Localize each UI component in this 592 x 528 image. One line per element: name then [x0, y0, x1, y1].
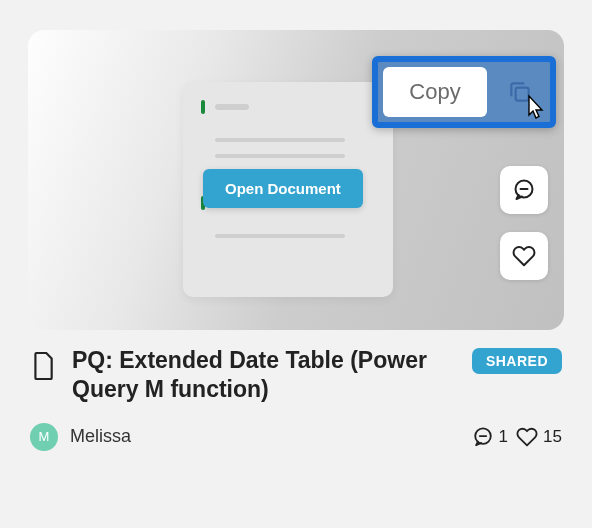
comment-count[interactable]: 1: [472, 426, 508, 448]
avatar[interactable]: M: [30, 423, 58, 451]
copy-icon: [507, 79, 533, 105]
resource-title: PQ: Extended Date Table (Power Query M f…: [72, 346, 456, 405]
resource-card: Open Document Copy: [28, 30, 564, 451]
side-actions: [500, 166, 548, 280]
copy-callout: Copy: [372, 56, 556, 128]
doc-row: [201, 100, 375, 114]
author-name[interactable]: Melissa: [70, 426, 472, 447]
placeholder-line: [215, 138, 345, 142]
placeholder-line: [215, 154, 345, 158]
comment-button[interactable]: [500, 166, 548, 214]
document-icon: [30, 350, 56, 382]
preview-area: Open Document Copy: [28, 30, 564, 330]
stats: 1 15: [472, 426, 562, 448]
copy-button[interactable]: Copy: [383, 67, 487, 117]
copy-icon-button[interactable]: [495, 67, 545, 117]
message-icon: [512, 178, 536, 202]
like-button[interactable]: [500, 232, 548, 280]
placeholder-line: [215, 104, 249, 110]
heart-icon: [512, 244, 536, 268]
svg-rect-2: [516, 88, 529, 101]
message-icon: [472, 426, 494, 448]
meta-row: PQ: Extended Date Table (Power Query M f…: [28, 330, 564, 411]
like-count[interactable]: 15: [516, 426, 562, 448]
comment-count-value: 1: [499, 427, 508, 447]
bullet-icon: [201, 100, 205, 114]
like-count-value: 15: [543, 427, 562, 447]
heart-icon: [516, 426, 538, 448]
copy-label: Copy: [409, 79, 460, 105]
placeholder-line: [215, 234, 345, 238]
shared-badge: SHARED: [472, 348, 562, 374]
open-document-button[interactable]: Open Document: [203, 169, 363, 208]
footer-row: M Melissa 1 15: [28, 411, 564, 451]
open-document-label: Open Document: [225, 180, 341, 197]
